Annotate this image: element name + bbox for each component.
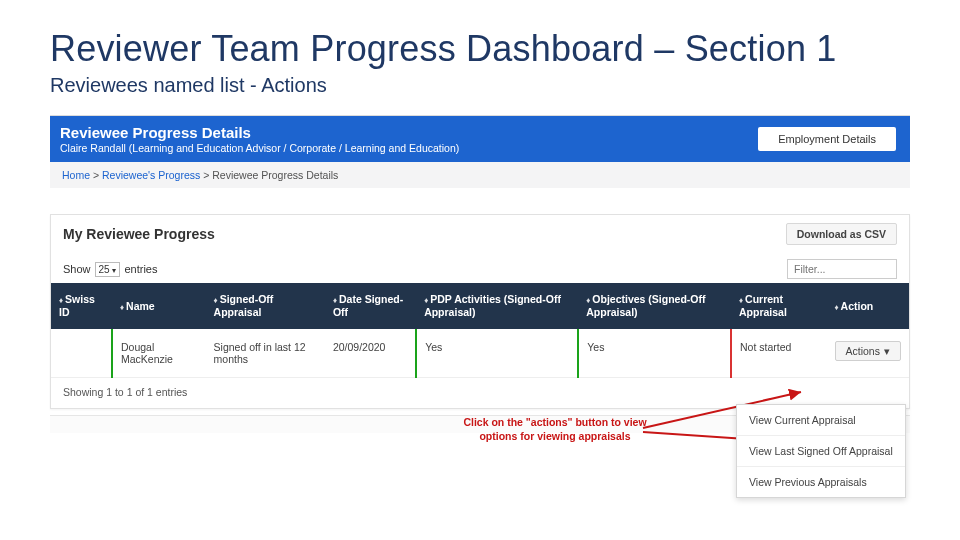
- show-label: Show: [63, 263, 91, 275]
- col-current[interactable]: ♦Current Appraisal: [731, 283, 827, 329]
- breadcrumb-home[interactable]: Home: [62, 169, 90, 181]
- actions-dropdown-menu: View Current Appraisal View Last Signed …: [736, 404, 906, 498]
- page-size-select[interactable]: 25 ▾: [95, 262, 121, 277]
- breadcrumb-sep: >: [90, 169, 102, 181]
- actions-button[interactable]: Actions ▾: [835, 341, 901, 361]
- breadcrumb-mid[interactable]: Reviewee's Progress: [102, 169, 200, 181]
- download-csv-button[interactable]: Download as CSV: [786, 223, 897, 245]
- col-date-signed[interactable]: ♦Date Signed-Off: [325, 283, 416, 329]
- cell-date-signed: 20/09/2020: [325, 329, 416, 378]
- entries-label: entries: [124, 263, 157, 275]
- annotation-callout: Click on the "actions" button to view op…: [455, 416, 655, 443]
- page-title: Reviewee Progress Details: [60, 124, 459, 141]
- sort-icon: ♦: [333, 296, 337, 305]
- page-subtitle: Claire Randall (Learning and Education A…: [60, 142, 459, 154]
- menu-view-previous[interactable]: View Previous Appraisals: [737, 467, 905, 497]
- cell-objectives: Yes: [578, 329, 731, 378]
- sort-icon: ♦: [214, 296, 218, 305]
- chevron-down-icon: ▾: [112, 266, 116, 275]
- cell-action: Actions ▾: [827, 329, 910, 378]
- cell-pdp: Yes: [416, 329, 578, 378]
- menu-view-last-signed-off[interactable]: View Last Signed Off Appraisal: [737, 436, 905, 467]
- caret-down-icon: ▾: [884, 345, 890, 357]
- slide-title: Reviewer Team Progress Dashboard – Secti…: [0, 0, 960, 74]
- sort-icon: ♦: [835, 303, 839, 312]
- sort-icon: ♦: [739, 296, 743, 305]
- page-header: Reviewee Progress Details Claire Randall…: [50, 116, 910, 162]
- reviewee-progress-panel: My Reviewee Progress Download as CSV Sho…: [50, 214, 910, 409]
- menu-view-current[interactable]: View Current Appraisal: [737, 405, 905, 436]
- cell-swiss-id: [51, 329, 112, 378]
- reviewee-table: ♦Swiss ID ♦Name ♦Signed-Off Appraisal ♦D…: [51, 283, 909, 378]
- sort-icon: ♦: [120, 303, 124, 312]
- breadcrumb: Home > Reviewee's Progress > Reviewee Pr…: [50, 162, 910, 188]
- cell-name: Dougal MacKenzie: [112, 329, 206, 378]
- col-signed-off[interactable]: ♦Signed-Off Appraisal: [206, 283, 325, 329]
- sort-icon: ♦: [59, 296, 63, 305]
- col-action[interactable]: ♦Action: [827, 283, 910, 329]
- cell-signed-off: Signed off in last 12 months: [206, 329, 325, 378]
- col-swiss-id[interactable]: ♦Swiss ID: [51, 283, 112, 329]
- sort-icon: ♦: [586, 296, 590, 305]
- breadcrumb-sep: >: [200, 169, 212, 181]
- col-pdp[interactable]: ♦PDP Activities (Signed-Off Appraisal): [416, 283, 578, 329]
- panel-title: My Reviewee Progress: [63, 226, 215, 242]
- breadcrumb-current: Reviewee Progress Details: [212, 169, 338, 181]
- table-row: Dougal MacKenzie Signed off in last 12 m…: [51, 329, 909, 378]
- col-objectives[interactable]: ♦Objectives (Signed-Off Appraisal): [578, 283, 731, 329]
- slide-subtitle: Reviewees named list - Actions: [0, 74, 960, 115]
- show-entries-control: Show 25 ▾ entries: [63, 262, 157, 277]
- employment-details-button[interactable]: Employment Details: [758, 127, 896, 151]
- filter-input[interactable]: [787, 259, 897, 279]
- actions-button-label: Actions: [846, 345, 880, 357]
- cell-current: Not started: [731, 329, 827, 378]
- sort-icon: ♦: [424, 296, 428, 305]
- screenshot-wrap: Reviewee Progress Details Claire Randall…: [50, 115, 910, 433]
- col-name[interactable]: ♦Name: [112, 283, 206, 329]
